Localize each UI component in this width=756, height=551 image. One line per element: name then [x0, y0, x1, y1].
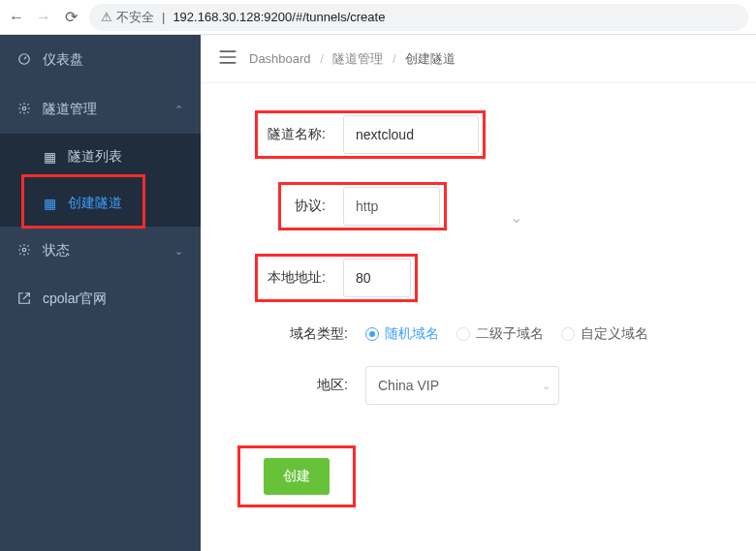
grid-icon: ▦	[43, 196, 56, 211]
domain-type-sub-radio[interactable]: 二级子域名	[457, 325, 544, 343]
nav-back-icon[interactable]: ←	[8, 9, 25, 26]
sidebar: 仪表盘 隧道管理 ⌃ ▦ 隧道列表 ▦ 创建隧道 状态 ⌄	[0, 35, 201, 551]
sidebar-item-tunnel-create[interactable]: ▦ 创建隧道	[0, 180, 201, 227]
sidebar-item-status[interactable]: 状态 ⌄	[0, 227, 201, 275]
highlight-box: 协议: http	[278, 182, 447, 230]
chevron-down-icon: ⌄	[542, 380, 551, 392]
domain-type-label: 域名类型:	[220, 325, 365, 343]
gauge-icon	[17, 52, 31, 69]
local-addr-input[interactable]	[343, 259, 411, 297]
breadcrumb-leaf: 创建隧道	[405, 51, 456, 66]
url-text: 192.168.30.128:9200/#/tunnels/create	[173, 10, 385, 24]
grid-icon: ▦	[43, 149, 56, 165]
radio-dot-icon	[457, 327, 470, 341]
sidebar-item-dashboard[interactable]: 仪表盘	[0, 35, 201, 85]
radio-dot-icon	[365, 327, 379, 341]
insecure-warning: ⚠ 不安全	[101, 9, 154, 26]
breadcrumb-sep: /	[393, 51, 396, 66]
sidebar-item-tunnel-manage[interactable]: 隧道管理 ⌃	[0, 85, 201, 134]
highlight-box: 隧道名称:	[255, 110, 486, 159]
chevron-up-icon: ⌃	[174, 104, 183, 116]
svg-point-2	[22, 248, 26, 252]
breadcrumb: Dashboard / 隧道管理 / 创建隧道	[249, 50, 456, 68]
highlight-box: 创建	[237, 445, 356, 507]
region-label: 地区:	[220, 377, 365, 394]
browser-toolbar: ← → ⟳ ⚠ 不安全 | 192.168.30.128:9200/#/tunn…	[0, 0, 756, 35]
nav-forward-icon[interactable]: →	[35, 9, 52, 26]
menu-toggle-icon[interactable]	[218, 49, 237, 68]
sidebar-item-label: 状态	[43, 242, 70, 260]
sidebar-item-tunnel-list[interactable]: ▦ 隧道列表	[0, 134, 201, 180]
main-content: Dashboard / 隧道管理 / 创建隧道 隧道名称: 协议:	[201, 35, 756, 551]
protocol-value: http	[356, 199, 378, 214]
cog-icon	[17, 243, 31, 260]
protocol-select[interactable]: http	[343, 187, 440, 226]
warning-icon: ⚠	[101, 10, 112, 24]
chevron-down-icon: ⌄	[510, 208, 522, 227]
sidebar-item-label: 隧道列表	[68, 148, 122, 166]
breadcrumb-mid[interactable]: 隧道管理	[332, 51, 383, 66]
radio-label: 自定义域名	[581, 325, 648, 343]
create-button[interactable]: 创建	[264, 458, 330, 495]
external-link-icon	[17, 291, 31, 308]
cog-icon	[17, 102, 31, 118]
svg-point-1	[22, 107, 26, 110]
tunnel-create-form: 隧道名称: 协议: http ⌄ 本地地址:	[201, 83, 756, 507]
domain-type-random-radio[interactable]: 随机域名	[365, 325, 439, 343]
insecure-label: 不安全	[116, 9, 154, 26]
highlight-box: 本地地址:	[255, 254, 418, 302]
breadcrumb-sep: /	[320, 51, 324, 66]
nav-reload-icon[interactable]: ⟳	[62, 8, 79, 26]
local-addr-label: 本地地址:	[262, 269, 343, 287]
tunnel-name-label: 隧道名称:	[262, 126, 343, 143]
sidebar-item-label: cpolar官网	[43, 291, 107, 308]
chevron-down-icon: ⌄	[174, 245, 183, 258]
sidebar-item-label: 创建隧道	[68, 195, 122, 212]
tunnel-name-input[interactable]	[343, 115, 479, 154]
region-value: China VIP	[378, 378, 439, 393]
sidebar-item-label: 隧道管理	[43, 101, 97, 118]
protocol-label: 协议:	[285, 198, 343, 215]
topbar: Dashboard / 隧道管理 / 创建隧道	[201, 35, 756, 83]
radio-label: 随机域名	[385, 325, 439, 343]
sidebar-item-cpolar-site[interactable]: cpolar官网	[0, 275, 201, 323]
separator: |	[162, 10, 165, 24]
radio-dot-icon	[561, 327, 575, 341]
domain-type-custom-radio[interactable]: 自定义域名	[561, 325, 648, 343]
breadcrumb-root[interactable]: Dashboard	[249, 51, 311, 66]
radio-label: 二级子域名	[476, 325, 544, 343]
sidebar-item-label: 仪表盘	[43, 51, 83, 69]
region-select[interactable]: China VIP ⌄	[365, 366, 559, 405]
address-bar[interactable]: ⚠ 不安全 | 192.168.30.128:9200/#/tunnels/cr…	[89, 4, 748, 31]
